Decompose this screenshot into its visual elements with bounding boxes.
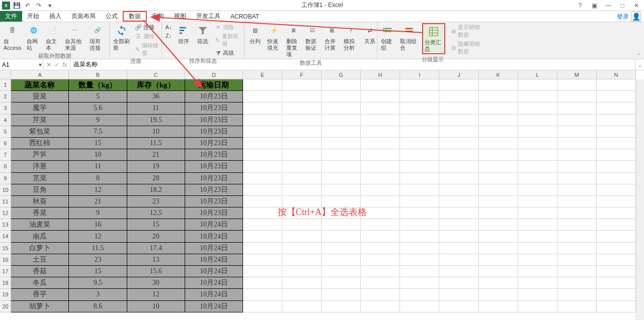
cell-G3[interactable] — [321, 102, 361, 114]
cell-D16[interactable]: 10月24日 — [185, 254, 243, 266]
cell-N3[interactable] — [597, 102, 636, 114]
row-header-19[interactable]: 19 — [0, 289, 11, 300]
cell-G1[interactable] — [321, 79, 361, 91]
cell-A1[interactable]: 蔬菜名称 — [11, 79, 69, 91]
cell-J5[interactable] — [439, 126, 478, 138]
cell-I7[interactable] — [400, 149, 439, 161]
advanced-filter-button[interactable]: ⧩高级 — [213, 49, 242, 57]
cell-K15[interactable] — [479, 243, 518, 254]
save-button[interactable]: 💾 — [12, 1, 21, 10]
cell-K7[interactable] — [479, 149, 518, 161]
group-button[interactable]: 创建组 — [379, 23, 396, 52]
maximize-button[interactable]: □ — [617, 2, 628, 9]
cell-L11[interactable] — [518, 196, 557, 207]
sort-za-button[interactable]: Z↓ — [164, 32, 173, 40]
cell-E5[interactable] — [243, 126, 282, 138]
row-header-7[interactable]: 7 — [0, 149, 11, 161]
row-header-13[interactable]: 13 — [0, 219, 11, 231]
col-header-M[interactable]: M — [557, 70, 597, 79]
cell-B4[interactable]: 9 — [69, 115, 127, 126]
cell-E18[interactable] — [243, 277, 282, 289]
row-header-5[interactable]: 5 — [0, 126, 11, 138]
col-header-K[interactable]: K — [479, 70, 518, 79]
select-all-corner[interactable] — [0, 70, 11, 79]
cell-K20[interactable] — [479, 301, 518, 312]
cell-B5[interactable]: 7.5 — [69, 126, 127, 138]
cell-C16[interactable]: 13 — [127, 254, 185, 266]
cell-I13[interactable] — [400, 219, 439, 231]
cell-H7[interactable] — [361, 149, 400, 161]
cell-A14[interactable]: 南瓜 — [11, 231, 69, 242]
name-box[interactable]: A1▾ — [0, 59, 43, 70]
cell-G9[interactable] — [321, 173, 361, 184]
cell-D12[interactable]: 10月23日 — [185, 207, 243, 219]
col-header-H[interactable]: H — [361, 70, 400, 79]
cell-F7[interactable] — [282, 149, 321, 161]
cell-A8[interactable]: 洋葱 — [11, 161, 69, 172]
cell-E3[interactable] — [243, 102, 282, 114]
cell-B18[interactable]: 9.5 — [69, 277, 127, 289]
confirm-formula-button[interactable]: ✓ — [54, 61, 59, 68]
row-header-11[interactable]: 11 — [0, 196, 11, 207]
cell-I2[interactable] — [400, 91, 439, 102]
cell-E2[interactable] — [243, 91, 282, 102]
cell-G10[interactable] — [321, 184, 361, 196]
col-header-E[interactable]: E — [243, 70, 282, 79]
cell-H13[interactable] — [361, 219, 400, 231]
cell-C1[interactable]: 库存（kg） — [127, 79, 185, 91]
cell-E15[interactable] — [243, 243, 282, 254]
cell-C6[interactable]: 11.5 — [127, 138, 185, 149]
cell-A11[interactable]: 秋葵 — [11, 196, 69, 207]
external-data-button-2[interactable]: 📄自文本 — [44, 23, 61, 52]
cell-H14[interactable] — [361, 231, 400, 242]
cell-H10[interactable] — [361, 184, 400, 196]
cell-J17[interactable] — [439, 266, 478, 277]
cell-D2[interactable]: 10月23日 — [185, 91, 243, 102]
cell-B6[interactable]: 15 — [69, 138, 127, 149]
row-header-1[interactable]: 1 — [0, 79, 11, 91]
cell-M11[interactable] — [557, 196, 597, 207]
cell-E11[interactable] — [243, 196, 282, 207]
cell-K2[interactable] — [479, 91, 518, 102]
cell-A15[interactable]: 白萝卜 — [11, 243, 69, 254]
cell-D10[interactable]: 10月23日 — [185, 184, 243, 196]
tab-审阅[interactable]: 审阅 — [147, 11, 169, 22]
undo-button[interactable]: ↶ — [23, 1, 32, 10]
cell-H5[interactable] — [361, 126, 400, 138]
cell-A10[interactable]: 豆角 — [11, 184, 69, 196]
cell-I18[interactable] — [400, 277, 439, 289]
properties-button[interactable]: ☰属性 — [134, 32, 159, 41]
cell-F4[interactable] — [282, 115, 321, 126]
ribbon-options-button[interactable]: ▣ — [589, 2, 600, 9]
col-header-C[interactable]: C — [127, 70, 185, 79]
cell-B13[interactable]: 16 — [69, 219, 127, 231]
cell-C2[interactable]: 36 — [127, 91, 185, 102]
cell-N15[interactable] — [597, 243, 636, 254]
cell-K1[interactable] — [479, 79, 518, 91]
cell-M13[interactable] — [557, 219, 597, 231]
cell-K9[interactable] — [479, 173, 518, 184]
cell-M14[interactable] — [557, 231, 597, 242]
cell-J19[interactable] — [439, 289, 478, 300]
cell-N20[interactable] — [597, 301, 636, 312]
cell-E10[interactable] — [243, 184, 282, 196]
cell-B17[interactable]: 15 — [69, 266, 127, 277]
cell-M8[interactable] — [557, 161, 597, 172]
cell-B1[interactable]: 数量（kg） — [69, 79, 127, 91]
cell-L3[interactable] — [518, 102, 557, 114]
cell-A3[interactable]: 魔芋 — [11, 102, 69, 114]
cell-D8[interactable]: 10月23日 — [185, 161, 243, 172]
cell-A19[interactable]: 香芋 — [11, 289, 69, 300]
cell-G14[interactable] — [321, 231, 361, 242]
cell-N8[interactable] — [597, 161, 636, 172]
cell-C10[interactable]: 18.2 — [127, 184, 185, 196]
cell-L10[interactable] — [518, 184, 557, 196]
cell-N17[interactable] — [597, 266, 636, 277]
cell-K14[interactable] — [479, 231, 518, 242]
cell-K5[interactable] — [479, 126, 518, 138]
cell-M9[interactable] — [557, 173, 597, 184]
cell-I5[interactable] — [400, 126, 439, 138]
cell-B3[interactable]: 5.6 — [69, 102, 127, 114]
cell-A20[interactable]: 胡萝卜 — [11, 301, 69, 312]
tab-开发工具[interactable]: 开发工具 — [191, 11, 225, 22]
